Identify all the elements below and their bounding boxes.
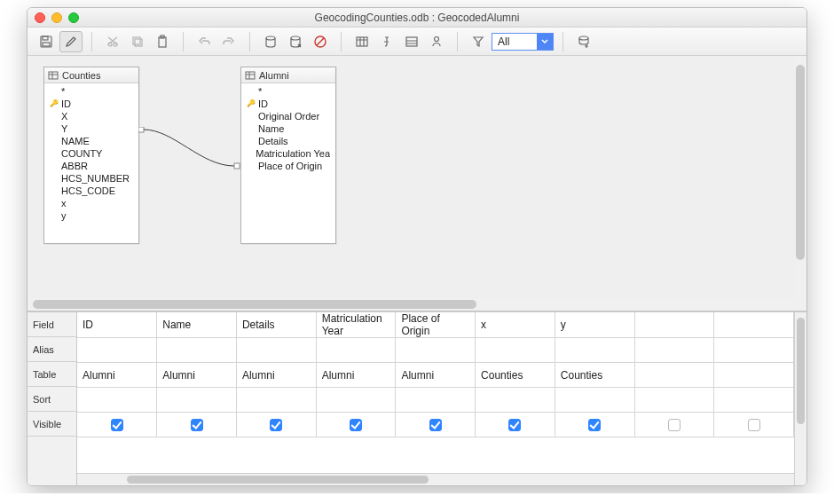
grid-cell[interactable] bbox=[555, 388, 634, 413]
field-row[interactable]: HCS_CODE bbox=[50, 185, 133, 197]
grid-cell[interactable] bbox=[236, 388, 316, 413]
grid-cell[interactable]: Matriculation Year bbox=[316, 312, 396, 338]
grid-cell[interactable] bbox=[714, 413, 794, 437]
visible-checkbox[interactable] bbox=[668, 419, 681, 431]
copy-button[interactable] bbox=[126, 31, 149, 52]
table-alumni[interactable]: Alumni *🔑IDOriginal OrderNameDetailsMatr… bbox=[240, 67, 336, 244]
minimize-icon[interactable] bbox=[51, 12, 62, 23]
grid-cell[interactable]: Name bbox=[157, 312, 237, 338]
grid-cell[interactable] bbox=[77, 413, 157, 437]
grid-cell[interactable] bbox=[77, 338, 157, 363]
field-row[interactable]: HCS_NUMBER bbox=[50, 172, 133, 185]
grid-cell[interactable]: Alumni bbox=[157, 363, 237, 388]
visible-checkbox[interactable] bbox=[508, 419, 521, 431]
grid-cell[interactable] bbox=[476, 388, 555, 413]
visible-checkbox[interactable] bbox=[588, 419, 601, 431]
zoom-icon[interactable] bbox=[68, 12, 79, 23]
grid-cell[interactable]: Counties bbox=[476, 363, 555, 388]
relations-horizontal-scrollbar[interactable] bbox=[28, 298, 794, 311]
undo-button[interactable] bbox=[193, 31, 216, 52]
field-row[interactable]: Name bbox=[247, 122, 330, 135]
visible-checkbox[interactable] bbox=[429, 419, 442, 431]
visible-checkbox[interactable] bbox=[111, 419, 123, 431]
save-button[interactable] bbox=[35, 31, 58, 52]
grid-cell[interactable] bbox=[316, 413, 396, 437]
visible-checkbox[interactable] bbox=[350, 419, 362, 431]
cut-button[interactable] bbox=[101, 31, 124, 52]
grid-cell[interactable]: x bbox=[476, 312, 555, 338]
grid-cell[interactable]: ID bbox=[77, 312, 157, 338]
paste-button[interactable] bbox=[151, 31, 174, 52]
grid-cell[interactable] bbox=[714, 388, 794, 413]
grid-cell[interactable] bbox=[157, 338, 237, 363]
table-names-button[interactable] bbox=[400, 31, 423, 52]
field-row[interactable]: COUNTY bbox=[50, 147, 133, 160]
grid-cell[interactable] bbox=[634, 413, 714, 437]
grid-cell[interactable] bbox=[714, 363, 794, 388]
field-row[interactable]: ABBR bbox=[50, 160, 133, 172]
criteria-table[interactable]: IDNameDetailsMatriculation YearPlace of … bbox=[77, 312, 794, 437]
add-tables-button[interactable] bbox=[572, 31, 595, 52]
alias-button[interactable] bbox=[425, 31, 448, 52]
field-row[interactable]: NAME bbox=[50, 135, 133, 147]
grid-cell[interactable]: Alumni bbox=[316, 363, 396, 388]
field-row[interactable]: * bbox=[50, 85, 133, 98]
field-row[interactable]: x bbox=[50, 197, 133, 209]
field-row[interactable]: X bbox=[50, 110, 133, 122]
field-row[interactable]: Place of Origin bbox=[247, 160, 330, 172]
limit-select[interactable]: All bbox=[492, 33, 554, 51]
table-header[interactable]: Alumni bbox=[241, 67, 335, 83]
grid-cell[interactable] bbox=[714, 338, 794, 363]
grid-cell[interactable] bbox=[157, 413, 237, 437]
field-row[interactable]: Matriculation Yea bbox=[247, 147, 330, 160]
field-row[interactable]: 🔑ID bbox=[50, 98, 133, 110]
grid-cell[interactable]: Details bbox=[236, 312, 316, 338]
relations-vertical-scrollbar[interactable] bbox=[794, 56, 806, 298]
grid-cell[interactable]: Alumni bbox=[77, 363, 157, 388]
grid-cell[interactable]: Alumni bbox=[236, 363, 316, 388]
grid-cell[interactable] bbox=[714, 312, 794, 338]
grid-cell[interactable] bbox=[316, 338, 396, 363]
field-row[interactable]: Details bbox=[247, 135, 330, 147]
relation-line[interactable] bbox=[138, 127, 241, 171]
grid-cell[interactable]: Place of Origin bbox=[396, 312, 476, 338]
visible-checkbox[interactable] bbox=[748, 419, 760, 431]
grid-horizontal-scrollbar[interactable] bbox=[77, 473, 794, 485]
grid-cell[interactable] bbox=[77, 388, 157, 413]
grid-cell[interactable] bbox=[396, 413, 476, 437]
table-counties[interactable]: Counties *🔑IDXYNAMECOUNTYABBRHCS_NUMBERH… bbox=[43, 67, 139, 244]
redo-button[interactable] bbox=[217, 31, 240, 52]
grid-cell[interactable] bbox=[634, 312, 714, 338]
grid-cell[interactable] bbox=[634, 388, 714, 413]
field-row[interactable]: y bbox=[50, 209, 133, 222]
grid-cell[interactable] bbox=[634, 363, 714, 388]
grid-cell[interactable] bbox=[634, 338, 714, 363]
grid-cell[interactable]: y bbox=[555, 312, 634, 338]
functions-button[interactable] bbox=[375, 31, 398, 52]
grid-cell[interactable] bbox=[236, 413, 316, 437]
grid-cell[interactable] bbox=[396, 338, 476, 363]
field-row[interactable]: 🔑ID bbox=[247, 98, 330, 110]
visible-checkbox[interactable] bbox=[191, 419, 203, 431]
design-view-button[interactable] bbox=[350, 31, 374, 52]
grid-cell[interactable] bbox=[476, 338, 555, 363]
clear-query-button[interactable] bbox=[284, 31, 307, 52]
table-header[interactable]: Counties bbox=[44, 67, 138, 83]
grid-cell[interactable] bbox=[476, 413, 555, 437]
run-query-button[interactable] bbox=[259, 31, 282, 52]
grid-cell[interactable] bbox=[555, 338, 634, 363]
distinct-values-button[interactable] bbox=[467, 31, 490, 52]
grid-cell[interactable] bbox=[236, 338, 316, 363]
grid-cell[interactable] bbox=[555, 413, 634, 437]
field-row[interactable]: * bbox=[247, 85, 330, 98]
stop-icon[interactable] bbox=[309, 31, 332, 52]
grid-cell[interactable] bbox=[396, 388, 476, 413]
field-row[interactable]: Original Order bbox=[247, 110, 330, 122]
grid-cell[interactable]: Alumni bbox=[396, 363, 476, 388]
visible-checkbox[interactable] bbox=[270, 419, 282, 431]
grid-cell[interactable]: Counties bbox=[555, 363, 634, 388]
grid-cell[interactable] bbox=[316, 388, 396, 413]
field-row[interactable]: Y bbox=[50, 122, 133, 135]
close-icon[interactable] bbox=[35, 12, 45, 23]
grid-vertical-scrollbar[interactable] bbox=[794, 312, 806, 485]
